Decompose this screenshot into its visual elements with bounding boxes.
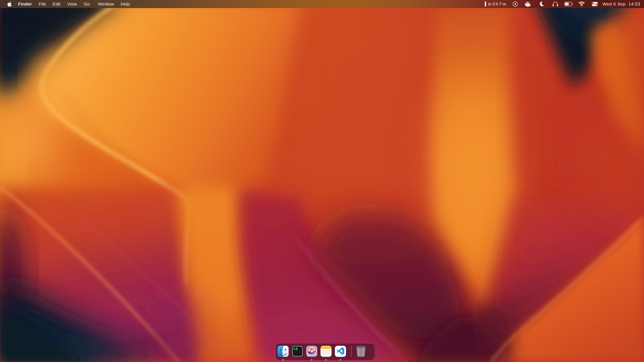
svg-text:$: $ [294, 348, 295, 351]
